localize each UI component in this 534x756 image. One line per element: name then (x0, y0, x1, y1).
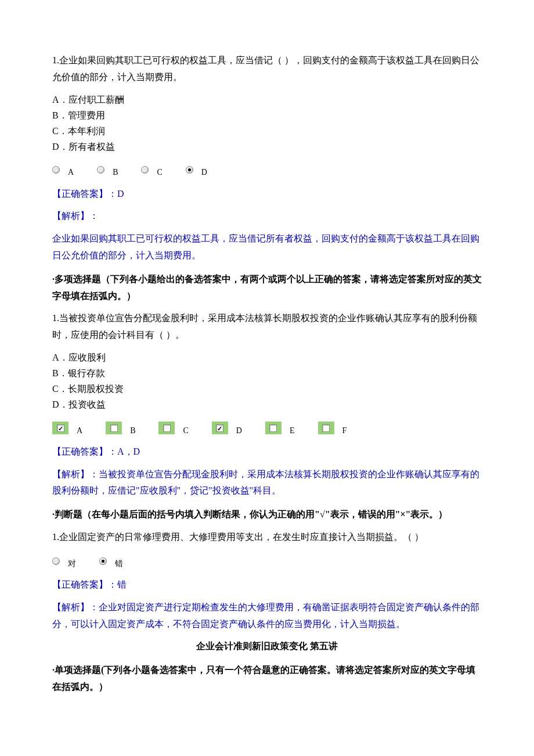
checkbox-bg (212, 422, 228, 434)
q1-text: 1.企业如果回购其职工已可行权的权益工具，应当借记（ ），回购支付的金额高于该权… (52, 52, 482, 86)
q2-check-a-label: A (77, 423, 82, 438)
q3-radio-false-group[interactable]: 错 (99, 554, 123, 568)
q3-radio-row: 对 错 (52, 554, 482, 568)
q1-answer: 【正确答案】：D (52, 186, 482, 203)
q1-radio-b-label: B (113, 165, 118, 179)
radio-checked-icon[interactable] (99, 557, 107, 565)
q1-radio-c-group[interactable]: C (141, 163, 162, 177)
q2-text: 1.当被投资单位宣告分配现金股利时，采用成本法核算长期股权投资的企业作账确认其应… (52, 310, 482, 344)
q3-radio-true-group[interactable]: 对 (52, 554, 76, 568)
radio-unchecked-icon[interactable] (141, 166, 149, 174)
single-header: ·单项选择题(下列各小题备选答案中，只有一个符合题意的正确答案。请将选定答案所对… (52, 662, 482, 696)
radio-unchecked-icon[interactable] (52, 166, 60, 174)
checkbox-bg (106, 422, 122, 434)
q1-opt-b: B．管理费用 (52, 107, 482, 123)
q1-radio-a-group[interactable]: A (52, 163, 74, 177)
q2-check-row: A B C D E F (52, 421, 482, 435)
radio-checked-icon[interactable] (186, 166, 193, 174)
q2-opt-d: D．投资收益 (52, 397, 482, 412)
q2-check-a-group[interactable]: A (52, 421, 82, 435)
q2-check-c-group[interactable]: C (158, 421, 188, 435)
q2-opt-c: C．长期股权投资 (52, 381, 482, 397)
multi-header: ·多项选择题（下列各小题给出的备选答案中，有两个或两个以上正确的答案，请将选定答… (52, 271, 482, 305)
checkbox-icon[interactable] (322, 424, 330, 432)
q2-check-e-label: E (290, 423, 295, 438)
checkbox-bg (318, 422, 334, 434)
radio-unchecked-icon[interactable] (52, 557, 60, 565)
checkbox-icon[interactable] (269, 424, 277, 432)
q1-opt-d: D．所有者权益 (52, 139, 482, 154)
q1-radio-d-group[interactable]: D (186, 163, 207, 177)
q3-answer: 【正确答案】：错 (52, 577, 482, 593)
q2-answer: 【正确答案】：A，D (52, 444, 482, 460)
q1-opt-a: A．应付职工薪酬 (52, 92, 482, 107)
q2-check-b-group[interactable]: B (106, 421, 135, 435)
q1-radio-b-group[interactable]: B (97, 163, 118, 177)
q2-check-e-group[interactable]: E (265, 421, 295, 435)
q2-check-f-label: F (342, 423, 347, 438)
q1-radio-d-label: D (201, 165, 207, 179)
radio-unchecked-icon[interactable] (97, 166, 104, 174)
q3-text: 1.企业固定资产的日常修理费用、大修理费用等支出，在发生时应直接计入当期损益。（… (52, 529, 482, 546)
q2-check-d-group[interactable]: D (212, 421, 242, 435)
q1-analysis: 企业如果回购其职工已可行权的权益工具，应当借记所有者权益，回购支付的金额高于该权… (52, 231, 482, 264)
q2-opt-b: B．银行存款 (52, 365, 482, 381)
checkbox-bg (265, 422, 282, 434)
checkbox-checked-icon[interactable] (216, 424, 223, 432)
checkbox-icon[interactable] (163, 424, 171, 432)
q2-opt-a: A．应收股利 (52, 350, 482, 365)
q3-analysis: 【解析】：企业对固定资产进行定期检查发生的大修理费用，有确凿证据表明符合固定资产… (52, 599, 482, 633)
q1-analysis-label: 【解析】： (52, 208, 482, 225)
q3-radio-false-label: 错 (115, 556, 123, 571)
q2-check-f-group[interactable]: F (318, 421, 347, 435)
q3-radio-true-label: 对 (68, 556, 76, 571)
q1-radio-a-label: A (68, 165, 74, 179)
q2-check-d-label: D (236, 423, 242, 438)
q2-analysis: 【解析】：当被投资单位宣告分配现金股利时，采用成本法核算长期股权投资的企业作账确… (52, 466, 482, 500)
judge-header: ·判断题（在每小题后面的括号内填入判断结果，你认为正确的用"√"表示，错误的用"… (52, 506, 482, 523)
checkbox-bg (158, 422, 175, 434)
checkbox-icon[interactable] (110, 424, 118, 432)
checkbox-bg (52, 422, 68, 434)
q2-options: A．应收股利 B．银行存款 C．长期股权投资 D．投资收益 (52, 350, 482, 413)
q1-options: A．应付职工薪酬 B．管理费用 C．本年利润 D．所有者权益 (52, 92, 482, 155)
q1-radio-c-label: C (157, 165, 162, 179)
checkbox-checked-icon[interactable] (57, 424, 64, 432)
q1-opt-c: C．本年利润 (52, 123, 482, 139)
q2-check-b-label: B (130, 423, 135, 438)
lecture-title: 企业会计准则新旧政策变化 第五讲 (52, 638, 482, 655)
q2-check-c-label: C (183, 423, 188, 438)
q1-radio-row: A B C D (52, 163, 482, 177)
